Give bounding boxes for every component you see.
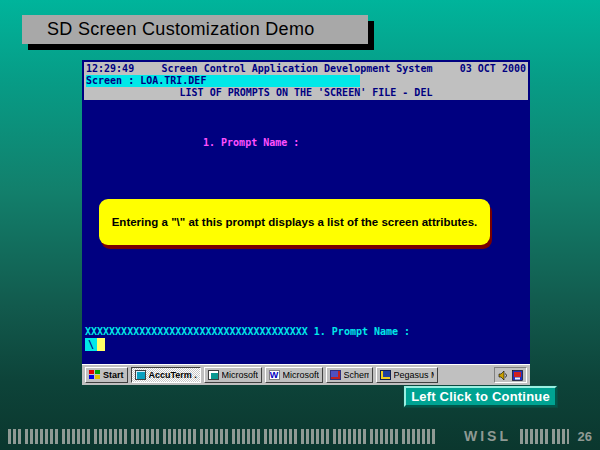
statusbar-heading: LIST OF PROMPTS ON THE 'SCREEN' FILE - D…	[86, 87, 526, 99]
barcode-group	[94, 429, 127, 444]
text-cursor	[97, 338, 105, 351]
barcode-right	[520, 429, 569, 444]
barcode-left	[8, 429, 456, 444]
terminal-window: 12:29:49 Screen Control Application Deve…	[82, 60, 530, 385]
accuterm-icon	[135, 370, 146, 380]
statusbar-row-1: 12:29:49 Screen Control Application Deve…	[86, 63, 526, 75]
pegasus-icon	[380, 370, 391, 380]
taskbar-button-accuterm[interactable]: AccuTerm ...	[131, 367, 201, 383]
tooltip-text: Entering a "\" at this prompt displays a…	[112, 216, 478, 228]
brand-logo: WISL	[464, 428, 511, 444]
taskbar-button-label: Schem...	[344, 370, 369, 380]
powerpoint-icon	[208, 370, 219, 380]
prompt-input-value[interactable]: \	[85, 338, 97, 351]
barcode-group	[301, 429, 329, 444]
taskbar-button-label: Microsoft Wor...	[283, 370, 319, 380]
schem-icon	[330, 370, 341, 380]
footer: WISL 26	[8, 428, 592, 444]
terminal-statusbar: 12:29:49 Screen Control Application Deve…	[82, 60, 530, 100]
system-tray	[494, 367, 527, 383]
continue-button-label: Left Click to Continue	[411, 389, 550, 404]
statusbar-date: 03 OCT 2000	[460, 63, 526, 75]
word-icon	[269, 370, 280, 380]
windows-flag-icon	[89, 370, 100, 380]
fill-prompt-row: XXXXXXXXXXXXXXXXXXXXXXXXXXXXXXXXXXXXX 1.…	[85, 326, 410, 337]
barcode-group	[264, 429, 297, 444]
barcode-group	[402, 429, 435, 444]
screen-field: Screen : LOA.TRI.DEF	[86, 75, 360, 87]
taskbar-button-schem[interactable]: Schem...	[326, 367, 373, 383]
statusbar-app-name: Screen Control Application Development S…	[162, 63, 433, 75]
barcode-group	[552, 429, 569, 444]
barcode-group	[520, 429, 548, 444]
taskbar-button-pegasus[interactable]: Pegasus Mai...	[376, 367, 438, 383]
statusbar-time: 12:29:49	[86, 63, 134, 75]
barcode-group	[370, 429, 398, 444]
slide: { "slide": { "title": "SD Screen Customi…	[0, 0, 600, 450]
page-number: 26	[578, 429, 592, 444]
taskbar-button-label: AccuTerm ...	[149, 370, 197, 380]
barcode-group	[163, 429, 196, 444]
barcode-group	[25, 429, 58, 444]
start-button[interactable]: Start	[85, 367, 128, 383]
taskbar-button-powerpoint[interactable]: Microsoft Pow...	[204, 367, 262, 383]
taskbar: Start AccuTerm ...Microsoft Pow...Micros…	[82, 364, 530, 385]
slide-title-bar: SD Screen Customization Demo	[22, 15, 368, 44]
barcode-group	[131, 429, 159, 444]
barcode-group	[62, 429, 90, 444]
start-button-label: Start	[103, 370, 124, 380]
slide-title: SD Screen Customization Demo	[47, 19, 315, 40]
prompt-name-label: 1. Prompt Name :	[203, 137, 299, 148]
continue-button[interactable]: Left Click to Continue	[404, 386, 557, 407]
barcode-group	[200, 429, 228, 444]
taskbar-button-label: Pegasus Mai...	[394, 370, 434, 380]
barcode-group	[232, 429, 260, 444]
barcode-group	[8, 429, 21, 444]
volume-icon[interactable]	[498, 370, 509, 381]
tooltip-callout: Entering a "\" at this prompt displays a…	[99, 199, 490, 245]
taskbar-button-label: Microsoft Pow...	[222, 370, 258, 380]
taskbar-button-word[interactable]: Microsoft Wor...	[265, 367, 323, 383]
barcode-group	[333, 429, 366, 444]
statusbar-row-2: Screen : LOA.TRI.DEF	[86, 75, 526, 87]
prompt-input-line[interactable]: \	[85, 338, 105, 351]
application-tray-icon[interactable]	[512, 370, 523, 381]
terminal-screen: 1. Prompt Name : Entering a "\" at this …	[82, 100, 530, 364]
